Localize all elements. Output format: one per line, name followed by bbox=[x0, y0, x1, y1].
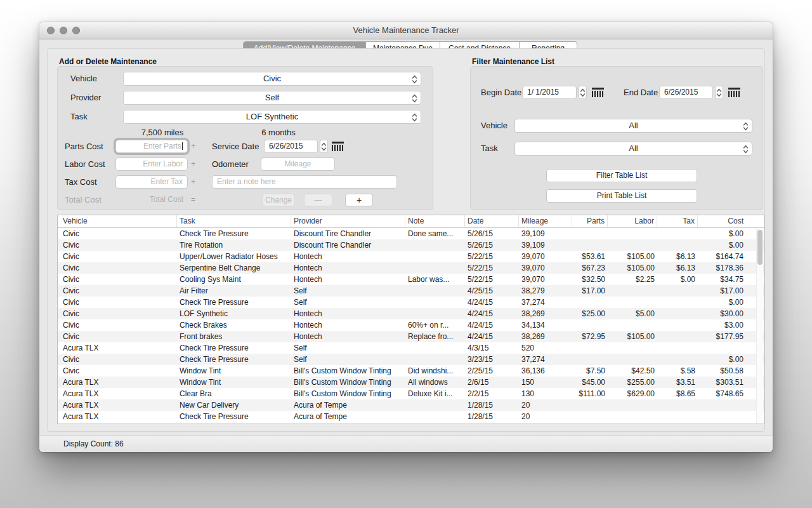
service-date-input[interactable]: 6/26/2015 bbox=[264, 140, 318, 153]
table-row[interactable]: Civic Check Tire Pressure Self 3/23/15 3… bbox=[58, 354, 764, 365]
header-tax[interactable]: Tax bbox=[657, 215, 698, 227]
cell-cost: $178.36 bbox=[698, 262, 746, 274]
delete-record-button[interactable]: — bbox=[304, 194, 332, 206]
cell-mileage: 37,274 bbox=[519, 297, 572, 308]
cell-parts: $111.00 bbox=[572, 388, 608, 399]
cell-parts: $53.61 bbox=[572, 251, 608, 262]
header-mileage[interactable]: Mileage bbox=[519, 215, 572, 227]
cell-mileage: 38,269 bbox=[519, 308, 572, 319]
table-row[interactable]: Civic Cooling Sys Maint Hontech Labor wa… bbox=[58, 274, 764, 285]
labor-cost-input[interactable]: Enter Labor bbox=[115, 157, 188, 171]
cell-provider: Bill's Custom Window Tinting bbox=[291, 365, 405, 377]
cell-mileage: 520 bbox=[519, 342, 572, 354]
cell-cost: $.00 bbox=[698, 239, 746, 251]
cell-tax bbox=[657, 411, 698, 422]
cell-date: 1/28/15 bbox=[465, 411, 519, 422]
cell-task: Check Tire Pressure bbox=[177, 297, 291, 308]
table-scrollbar[interactable] bbox=[756, 228, 763, 423]
tax-cost-label: Tax Cost bbox=[65, 175, 97, 189]
cell-vehicle: Civic bbox=[58, 239, 177, 251]
table-row[interactable]: Civic Check Tire Pressure Discount Tire … bbox=[58, 228, 764, 239]
cell-cost: $177.95 bbox=[698, 331, 746, 342]
filter-vehicle-label: Vehicle bbox=[481, 119, 508, 132]
cell-parts bbox=[572, 297, 608, 308]
cell-mileage: 130 bbox=[519, 388, 572, 399]
filter-task-select[interactable]: All bbox=[514, 142, 752, 156]
vehicle-label: Vehicle bbox=[70, 72, 97, 85]
table-row[interactable]: Civic Air Filter Self 4/25/15 38,279 $17… bbox=[58, 285, 764, 297]
cell-provider: Hontech bbox=[291, 262, 405, 274]
print-table-list-button[interactable]: Print Table List bbox=[546, 189, 697, 203]
cell-tax: $6.13 bbox=[657, 262, 698, 274]
header-vehicle[interactable]: Vehicle bbox=[58, 215, 177, 227]
begin-date-input[interactable]: 1/ 1/2015 bbox=[522, 86, 577, 99]
cell-cost bbox=[698, 342, 746, 354]
window-controls bbox=[47, 27, 80, 34]
zoom-window-icon[interactable] bbox=[72, 27, 80, 34]
end-date-value: 6/26/2015 bbox=[664, 88, 698, 97]
table-row[interactable]: Civic Window Tint Bill's Custom Window T… bbox=[58, 365, 764, 377]
end-date-stepper[interactable] bbox=[715, 86, 723, 99]
table-row[interactable]: Civic Check Brakes Hontech 60%+ on r... … bbox=[58, 319, 764, 331]
cell-cost: $.00 bbox=[698, 297, 746, 308]
table-row[interactable]: Civic Upper/Lower Radiator Hoses Hontech… bbox=[58, 251, 764, 262]
header-parts[interactable]: Parts bbox=[572, 215, 608, 227]
cell-task: Window Tint bbox=[177, 365, 291, 377]
minimize-window-icon[interactable] bbox=[60, 27, 67, 34]
table-row[interactable]: Civic Tire Rotation Discount Tire Chandl… bbox=[58, 239, 764, 251]
cell-labor bbox=[608, 285, 657, 297]
table-row[interactable]: Acura TLX Check Tire Pressure Acura of T… bbox=[58, 411, 764, 422]
cell-date: 5/22/15 bbox=[465, 251, 519, 262]
service-date-calendar-icon[interactable] bbox=[332, 142, 344, 151]
cell-vehicle: Civic bbox=[58, 308, 177, 319]
table-row[interactable]: Acura TLX Window Tint Bill's Custom Wind… bbox=[58, 377, 764, 388]
cell-note: All windows bbox=[405, 377, 465, 388]
chevron-up-down-icon bbox=[412, 112, 417, 126]
cell-provider: Self bbox=[291, 297, 405, 308]
scrollbar-thumb[interactable] bbox=[757, 230, 763, 265]
table-row[interactable]: Acura TLX Clear Bra Bill's Custom Window… bbox=[58, 388, 764, 399]
change-button[interactable]: Change bbox=[262, 194, 295, 206]
filter-vehicle-select[interactable]: All bbox=[514, 119, 752, 133]
filter-table-list-button[interactable]: Filter Table List bbox=[546, 169, 697, 182]
begin-date-calendar-icon[interactable] bbox=[592, 88, 604, 97]
cell-task: LOF Synthetic bbox=[177, 308, 291, 319]
add-record-button[interactable]: + bbox=[345, 194, 373, 206]
chevron-up-down-icon bbox=[412, 74, 417, 88]
provider-select[interactable]: Self bbox=[123, 91, 421, 105]
cell-mileage: 20 bbox=[519, 411, 572, 422]
header-labor[interactable]: Labor bbox=[608, 215, 657, 227]
cell-parts: $45.00 bbox=[572, 377, 608, 388]
tax-cost-input[interactable]: Enter Tax bbox=[115, 175, 188, 189]
header-note[interactable]: Note bbox=[405, 215, 465, 227]
close-window-icon[interactable] bbox=[47, 27, 55, 34]
table-row[interactable]: Civic Front brakes Hontech Replace fro..… bbox=[58, 331, 764, 342]
table-row[interactable]: Acura TLX Check Tire Pressure Self 4/3/1… bbox=[58, 342, 764, 354]
header-cost[interactable]: Cost bbox=[698, 215, 746, 227]
header-date[interactable]: Date bbox=[465, 215, 519, 227]
table-row[interactable]: Civic Serpentine Belt Change Hontech 5/2… bbox=[58, 262, 764, 274]
cell-tax bbox=[657, 399, 698, 411]
table-row[interactable]: Civic Check Tire Pressure Self 4/24/15 3… bbox=[58, 297, 764, 308]
odometer-input[interactable]: Mileage bbox=[261, 157, 335, 171]
task-select[interactable]: LOF Synthetic bbox=[123, 110, 421, 124]
table-row[interactable]: Civic LOF Synthetic Hontech 4/24/15 38,2… bbox=[58, 308, 764, 319]
cell-date: 4/3/15 bbox=[465, 342, 519, 354]
cell-labor: $629.00 bbox=[608, 388, 657, 399]
cell-task: Window Tint bbox=[177, 377, 291, 388]
parts-cost-input[interactable]: Enter Parts bbox=[115, 140, 188, 153]
end-date-calendar-icon[interactable] bbox=[728, 88, 740, 97]
header-provider[interactable]: Provider bbox=[291, 215, 405, 227]
table-row[interactable]: Acura TLX New Car Delivery Acura of Temp… bbox=[58, 399, 764, 411]
begin-date-stepper[interactable] bbox=[579, 86, 587, 99]
end-date-label: End Date bbox=[624, 86, 658, 99]
end-date-input[interactable]: 6/26/2015 bbox=[659, 86, 713, 99]
header-task[interactable]: Task bbox=[177, 215, 291, 227]
cell-vehicle: Civic bbox=[58, 262, 177, 274]
maintenance-table: Vehicle Task Provider Note Date Mileage … bbox=[57, 215, 764, 424]
cell-parts bbox=[572, 411, 608, 422]
vehicle-select[interactable]: Civic bbox=[123, 72, 421, 86]
service-date-stepper[interactable] bbox=[320, 140, 328, 153]
cell-note: Did windshi... bbox=[405, 365, 465, 377]
note-input[interactable]: Enter a note here bbox=[212, 175, 397, 189]
